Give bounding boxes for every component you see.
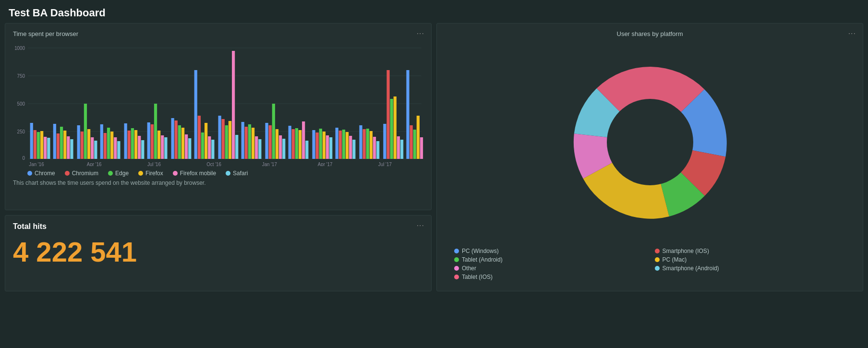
svg-rect-31	[84, 104, 87, 159]
svg-rect-96	[339, 131, 342, 159]
svg-rect-47	[147, 122, 150, 159]
svg-rect-77	[265, 123, 268, 159]
svg-text:1000: 1000	[14, 45, 25, 51]
svg-text:0: 0	[22, 155, 25, 161]
svg-rect-80	[276, 129, 278, 159]
svg-rect-81	[279, 135, 282, 159]
svg-rect-63	[208, 136, 211, 159]
svg-rect-97	[342, 130, 345, 159]
svg-rect-45	[138, 136, 141, 159]
svg-rect-21	[44, 137, 47, 159]
svg-rect-115	[413, 130, 416, 159]
svg-rect-71	[241, 122, 244, 159]
svg-rect-46	[141, 140, 144, 159]
page-title: Test BA Dashboard	[0, 0, 868, 23]
browser-chart-panel: Time spent per browser ··· 1000 750 500 …	[5, 23, 432, 210]
svg-rect-109	[390, 99, 393, 159]
svg-rect-92	[323, 132, 326, 159]
svg-rect-100	[352, 140, 355, 159]
total-hits-title: Total hits	[13, 222, 423, 231]
svg-rect-74	[252, 128, 254, 159]
svg-rect-87	[302, 121, 305, 159]
svg-text:Oct '16: Oct '16	[206, 161, 221, 166]
svg-rect-84	[292, 129, 295, 159]
svg-rect-44	[134, 130, 137, 159]
svg-rect-51	[161, 135, 164, 159]
svg-rect-67	[225, 125, 228, 159]
svg-rect-35	[100, 124, 103, 159]
platform-chart-title: User shares by platform	[617, 30, 683, 37]
svg-rect-117	[420, 137, 423, 159]
browser-chart-menu[interactable]: ···	[417, 29, 424, 38]
svg-rect-49	[154, 104, 157, 159]
svg-rect-116	[417, 116, 420, 159]
legend-edge: Edge	[108, 170, 129, 177]
legend-pc-mac: PC (Mac)	[655, 256, 846, 263]
svg-rect-24	[57, 133, 60, 159]
svg-text:250: 250	[17, 129, 25, 134]
svg-rect-75	[255, 136, 258, 159]
svg-rect-64	[211, 140, 214, 159]
legend-chromium: Chromium	[65, 170, 98, 177]
svg-rect-59	[194, 70, 197, 159]
legend-other: Other	[454, 265, 645, 272]
svg-rect-53	[171, 118, 174, 159]
svg-rect-32	[87, 129, 90, 159]
svg-rect-29	[77, 125, 80, 159]
platform-chart-menu[interactable]: ···	[848, 29, 856, 38]
svg-rect-33	[91, 137, 94, 159]
svg-rect-72	[245, 127, 248, 159]
svg-text:750: 750	[17, 73, 25, 79]
browser-chart-note: This chart shows the time users spend on…	[13, 180, 423, 186]
svg-rect-85	[295, 128, 298, 159]
total-hits-menu[interactable]: ···	[417, 221, 424, 230]
svg-rect-113	[406, 70, 409, 159]
legend-smartphone-android: Smartphone (Android)	[655, 265, 846, 272]
svg-rect-50	[157, 131, 160, 159]
svg-rect-101	[359, 125, 362, 159]
svg-rect-17	[30, 123, 33, 159]
svg-rect-69	[232, 51, 235, 159]
legend-tablet-ios: Tablet (IOS)	[454, 274, 645, 280]
legend-smartphone-ios: Smartphone (IOS)	[655, 248, 846, 254]
svg-rect-98	[346, 132, 349, 159]
svg-rect-61	[201, 132, 204, 159]
svg-rect-114	[410, 125, 413, 159]
svg-rect-79	[272, 104, 275, 159]
svg-rect-94	[329, 137, 332, 159]
svg-rect-28	[70, 139, 73, 159]
svg-rect-78	[269, 125, 272, 159]
svg-rect-70	[235, 135, 238, 159]
svg-rect-40	[117, 141, 120, 159]
svg-rect-34	[94, 141, 97, 159]
svg-rect-99	[349, 136, 352, 159]
platform-legend: PC (Windows) Smartphone (IOS) Tablet (An…	[445, 248, 855, 285]
svg-rect-106	[376, 141, 379, 159]
svg-rect-56	[181, 128, 184, 159]
svg-rect-105	[373, 137, 376, 159]
svg-rect-22	[47, 138, 50, 159]
svg-rect-30	[81, 132, 84, 159]
svg-rect-73	[248, 124, 251, 159]
legend-firefox-mobile: Firefox mobile	[173, 170, 216, 177]
svg-rect-36	[104, 133, 107, 159]
browser-legend: Chrome Chromium Edge Firefox Firefox mob…	[27, 170, 423, 177]
svg-rect-68	[229, 121, 231, 159]
svg-rect-19	[37, 132, 40, 159]
svg-rect-111	[397, 136, 400, 159]
svg-rect-48	[151, 124, 154, 159]
donut-chart-container	[445, 41, 855, 243]
svg-rect-76	[258, 139, 261, 159]
svg-rect-57	[185, 134, 188, 159]
svg-point-118	[607, 99, 693, 185]
svg-rect-25	[60, 127, 63, 159]
svg-rect-91	[319, 129, 322, 159]
svg-rect-43	[131, 128, 134, 159]
svg-text:Apr '17: Apr '17	[318, 161, 333, 166]
svg-rect-58	[188, 138, 191, 159]
svg-rect-88	[305, 141, 308, 159]
svg-rect-93	[326, 135, 329, 159]
svg-rect-112	[400, 140, 403, 159]
legend-pc-windows: PC (Windows)	[454, 248, 645, 254]
svg-rect-27	[67, 136, 70, 159]
